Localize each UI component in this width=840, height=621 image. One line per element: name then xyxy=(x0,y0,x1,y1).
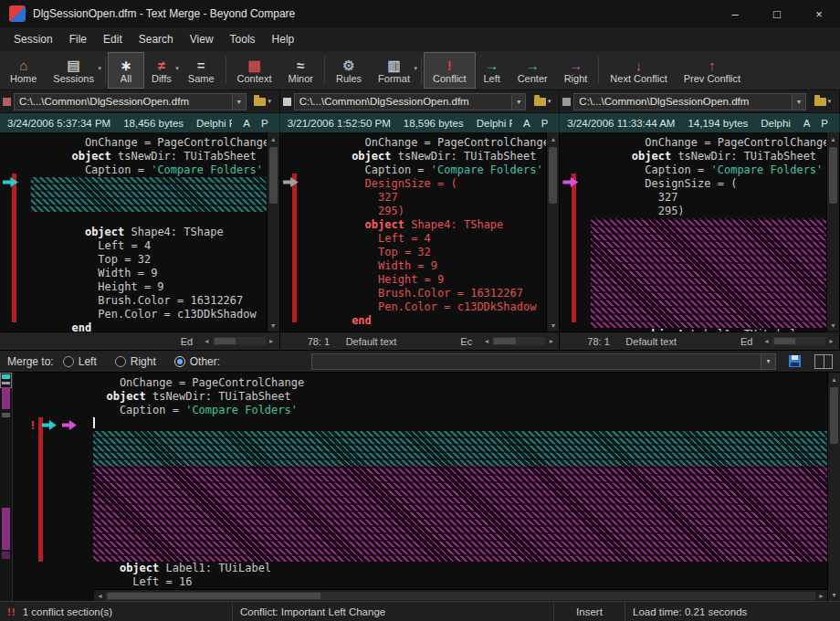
encoding-flag[interactable]: A xyxy=(803,118,811,129)
home-button[interactable]: ⌂Home xyxy=(2,53,45,88)
scroll-right-icon[interactable]: ► xyxy=(815,593,827,599)
scroll-thumb[interactable] xyxy=(269,147,278,204)
vertical-scrollbar[interactable]: ▲▼ xyxy=(827,373,840,601)
overview-map[interactable] xyxy=(0,373,13,601)
conflict-marker-icon: ! xyxy=(29,418,37,432)
horizontal-scrollbar[interactable]: ◄► xyxy=(201,332,279,350)
scroll-right-icon[interactable]: ► xyxy=(266,338,278,344)
same-button[interactable]: =Same xyxy=(180,53,223,88)
scroll-up-icon[interactable]: ▲ xyxy=(828,373,840,385)
scroll-thumb[interactable] xyxy=(108,593,320,599)
scroll-down-icon[interactable]: ▼ xyxy=(547,319,560,332)
scroll-right-icon[interactable]: ► xyxy=(545,338,557,344)
editable-indicator: Ec xyxy=(460,336,480,347)
scroll-thumb[interactable] xyxy=(829,147,837,204)
take-left-button[interactable]: →Left xyxy=(475,53,509,88)
radio-selected xyxy=(174,356,185,367)
vertical-scrollbar[interactable]: ▲▼ xyxy=(826,132,839,332)
file-path-combobox-right[interactable]: C:\...\Common\DlgSessionOpen.dfm▾ xyxy=(573,93,806,111)
scroll-up-icon[interactable]: ▲ xyxy=(267,132,279,145)
menu-tools[interactable]: Tools xyxy=(222,29,264,49)
maximize-button[interactable]: □ xyxy=(756,0,798,27)
menu-help[interactable]: Help xyxy=(264,29,303,49)
scroll-right-icon[interactable]: ► xyxy=(825,338,837,344)
code-text: object xyxy=(85,226,124,238)
scroll-thumb[interactable] xyxy=(549,147,557,204)
close-button[interactable]: × xyxy=(798,0,840,27)
scroll-down-icon[interactable]: ▼ xyxy=(827,319,840,332)
browse-folder-button-left[interactable]: ▾ xyxy=(249,93,277,111)
scroll-track[interactable] xyxy=(828,385,840,588)
context-button[interactable]: ▦Context xyxy=(229,53,280,88)
diffs-button[interactable]: ≠Diffs▾ xyxy=(143,53,180,88)
merge-output-editor[interactable]: OnChange = PageControlChange object tsNe… xyxy=(93,373,827,601)
lineending-flag[interactable]: P xyxy=(821,118,828,129)
scroll-track[interactable] xyxy=(213,337,266,345)
code-area-center[interactable]: OnChange = PageControlChange object tsNe… xyxy=(311,132,547,332)
save-button[interactable] xyxy=(785,353,803,371)
horizontal-scrollbar[interactable]: ◄► xyxy=(94,589,827,601)
browse-folder-button-right[interactable]: ▾ xyxy=(809,93,836,111)
scroll-left-icon[interactable]: ◄ xyxy=(761,338,772,344)
encoding-flag[interactable]: A xyxy=(243,118,250,129)
sessions-button[interactable]: ▤Sessions▾ xyxy=(45,53,102,88)
scroll-left-icon[interactable]: ◄ xyxy=(94,593,106,599)
toolbar-separator xyxy=(226,57,226,84)
lineending-flag[interactable]: P xyxy=(541,118,549,129)
scroll-left-icon[interactable]: ◄ xyxy=(480,338,492,344)
merge-target-option-other[interactable]: Other: xyxy=(174,355,220,368)
next-conflict-button[interactable]: ↓Next Conflict xyxy=(602,53,675,88)
scroll-thumb[interactable] xyxy=(215,338,236,344)
scroll-track[interactable] xyxy=(492,337,545,345)
vertical-scrollbar[interactable]: ▲▼ xyxy=(546,132,559,332)
scroll-thumb[interactable] xyxy=(494,338,515,344)
format-button[interactable]: ▥Format▾ xyxy=(370,53,418,88)
code-line: object tsNewDir: TUiTabSheet xyxy=(93,390,827,404)
scroll-down-icon[interactable]: ▼ xyxy=(828,588,840,601)
menu-view[interactable]: View xyxy=(182,29,222,49)
minimize-button[interactable]: – xyxy=(714,0,756,27)
menu-session[interactable]: Session xyxy=(5,29,61,49)
horizontal-scrollbar[interactable]: ◄► xyxy=(761,332,839,350)
horizontal-scrollbar[interactable]: ◄► xyxy=(480,332,559,350)
code-text: Left = 4 xyxy=(58,239,151,252)
take-center-button[interactable]: →Center xyxy=(509,53,556,88)
code-text: DesignSize = ( xyxy=(618,177,737,190)
minor-button[interactable]: ≈Minor xyxy=(279,53,321,88)
code-area-right[interactable]: OnChange = PageControlChange object tsNe… xyxy=(591,132,826,332)
file-status-icon[interactable] xyxy=(283,98,291,106)
file-status-icon[interactable] xyxy=(3,98,11,106)
lineending-flag[interactable]: P xyxy=(261,118,268,129)
merge-target-option-right[interactable]: Right xyxy=(115,355,156,368)
scroll-track[interactable] xyxy=(547,145,559,319)
menu-file[interactable]: File xyxy=(61,29,95,49)
prev-conflict-button[interactable]: ↑Prev Conflict xyxy=(676,53,749,88)
file-path-combobox-left[interactable]: C:\...\Common\DlgSessionOpen.dfm▾ xyxy=(14,93,247,111)
take-right-button[interactable]: →Right xyxy=(556,53,596,88)
layout-button[interactable] xyxy=(814,354,833,369)
encoding-flag[interactable]: A xyxy=(523,118,530,129)
all-button[interactable]: ∗All xyxy=(109,53,143,88)
conflict-bar xyxy=(572,174,576,322)
browse-folder-button-center[interactable]: ▾ xyxy=(529,93,556,111)
scroll-track[interactable] xyxy=(106,592,815,600)
scroll-left-icon[interactable]: ◄ xyxy=(201,338,213,344)
vertical-scrollbar[interactable]: ▲▼ xyxy=(267,132,279,332)
scroll-thumb[interactable] xyxy=(774,338,795,344)
file-status-icon[interactable] xyxy=(562,98,571,106)
menu-edit[interactable]: Edit xyxy=(95,29,131,49)
scroll-thumb[interactable] xyxy=(830,387,838,444)
scroll-track[interactable] xyxy=(268,145,279,319)
merge-target-option-left[interactable]: Left xyxy=(63,355,97,368)
conflict-button[interactable]: !Conflict xyxy=(425,53,475,88)
file-path-combobox-center[interactable]: C:\...\Common\DlgSessionOpen.dfm▾ xyxy=(294,93,527,111)
scroll-track[interactable] xyxy=(827,145,839,319)
menu-search[interactable]: Search xyxy=(131,29,182,49)
scroll-track[interactable] xyxy=(772,337,825,345)
scroll-down-icon[interactable]: ▼ xyxy=(267,319,279,332)
scroll-up-icon[interactable]: ▲ xyxy=(827,132,840,145)
scroll-up-icon[interactable]: ▲ xyxy=(547,132,560,145)
rules-button[interactable]: ⚙Rules xyxy=(328,53,370,88)
code-area-left[interactable]: OnChange = PageControlChange object tsNe… xyxy=(31,132,267,332)
merge-output-combobox[interactable]: ▾ xyxy=(311,353,776,370)
